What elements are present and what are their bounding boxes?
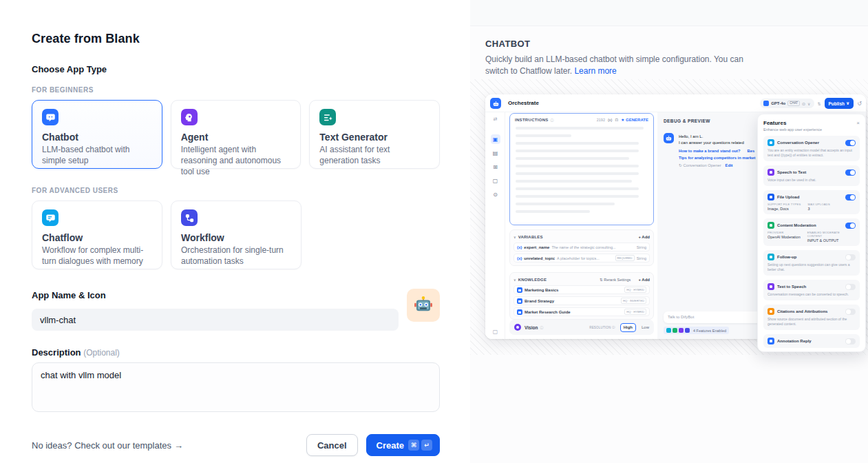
description-optional-label: (Optional) — [83, 348, 120, 358]
mini-upload-icon — [768, 194, 774, 200]
preview-illustration: Orchestrate GPT-4o CHAT ⊙ ∨ ⇅ Publish∨ ↺ — [470, 79, 868, 355]
mini-toggle-on — [845, 223, 856, 229]
create-button[interactable]: Create ⌘ ↵ — [366, 434, 440, 456]
mini-knowledge-row: Market Research Guide HQ · HYBRID — [514, 307, 650, 316]
mini-model-selector: GPT-4o CHAT ⊙ ∨ — [760, 99, 814, 108]
mini-toggle-off — [845, 338, 856, 344]
preview-heading: CHATBOT — [485, 39, 851, 49]
cancel-button[interactable]: Cancel — [306, 434, 358, 456]
mini-knowledge-row: Brand Strategy HQ · INVERTED — [514, 296, 650, 305]
mini-sidebar: ⇄ ▣ ▤ ⊞ ▢ ⊙ ▢ — [485, 112, 505, 339]
mini-variables-panel: ∨ VARIABLES + Add {x} expert_name The na… — [509, 229, 654, 266]
choose-app-type-label: Choose App Type — [32, 64, 440, 74]
card-desc: AI assistant for text generation tasks — [319, 145, 430, 167]
mini-topbar: Orchestrate GPT-4o CHAT ⊙ ∨ ⇅ Publish∨ ↺ — [485, 94, 866, 112]
mini-bot-avatar — [664, 133, 674, 143]
card-desc: Workflow for complex multi-turn dialogue… — [42, 245, 152, 267]
app-type-card-agent[interactable]: Agent Intelligent agent with reasoning a… — [171, 100, 301, 169]
mini-moderation-icon — [768, 222, 774, 229]
mini-dataset-icon — [517, 287, 522, 293]
description-textarea[interactable]: chat with vllm model — [32, 362, 440, 412]
create-app-modal: Create from Blank Choose App Type FOR BE… — [0, 0, 868, 463]
mini-feature-annotation-reply: Annotation Reply — [763, 334, 860, 348]
mini-annotation-icon — [768, 338, 774, 344]
workflow-icon — [181, 209, 198, 226]
card-title: Chatbot — [42, 132, 152, 143]
mini-caret-icon: ∨ — [514, 235, 516, 239]
beginner-cards: Chatbot LLM-based chatbot with simple se… — [32, 100, 440, 169]
card-desc: LLM-based chatbot with simple setup — [42, 145, 152, 167]
mini-variable-icon: {x} — [517, 245, 522, 249]
modal-footer: No ideas? Check out our templates→ Cance… — [32, 434, 440, 456]
mini-history-icon: ↺ — [857, 101, 862, 107]
card-desc: Intelligent agent with reasoning and aut… — [181, 145, 291, 177]
mini-nav-orchestrate-icon: ▣ — [491, 134, 500, 144]
app-name-label: App Name & Icon — [32, 290, 440, 300]
mini-instructions-panel: INSTRUCTIONS ⓘ 2192 {x} ⊡ ★ GENERATE — [509, 113, 654, 225]
top-strip — [470, 0, 868, 26]
arrow-right-icon: → — [174, 440, 183, 451]
mini-variable-icon: {x} — [608, 118, 612, 122]
mini-knowledge-row: Marketing Basics HQ · HYBRID — [514, 285, 650, 294]
card-title: Text Generator — [319, 132, 430, 143]
mini-generate-button: ★ GENERATE — [621, 117, 648, 122]
section-label-advanced: FOR ADVANCED USERS — [32, 187, 440, 194]
description-label: Description — [32, 347, 81, 358]
mini-variable-icon: {x} — [517, 256, 522, 260]
mini-resolution-high: High — [620, 323, 636, 332]
chatflow-icon — [42, 209, 59, 226]
mini-variables-label: VARIABLES — [518, 235, 543, 239]
mini-feature-speech-to-text: Speech to Text Voice input can be used i… — [763, 165, 860, 186]
mini-instructions-skeleton — [510, 124, 653, 220]
app-type-card-chatflow[interactable]: Chatflow Workflow for complex multi-turn… — [32, 200, 162, 269]
mini-vision-bar: Vision ⓘ RESOLUTION ⓘ High Low — [509, 320, 654, 335]
mini-nav-preview-icon: ▤ — [491, 148, 500, 158]
page-title: Create from Blank — [32, 32, 440, 46]
mini-nav-logs-icon: ▢ — [491, 176, 500, 185]
mini-toggle-on — [845, 169, 856, 176]
app-icon-picker[interactable] — [407, 289, 440, 322]
mini-moderation-feature-icon — [673, 328, 677, 333]
mini-feature-citations: Citations and Attributions Show source d… — [763, 305, 860, 330]
mini-caret-icon: ∨ — [514, 278, 516, 282]
text-generator-icon — [319, 109, 336, 125]
mini-opener-feature-icon — [666, 328, 671, 333]
app-name-block: App Name & Icon — [32, 290, 440, 331]
mini-debug-header: DEBUG & PREVIEW — [664, 119, 710, 123]
preview-description: Quickly build an LLM-based chatbot with … — [485, 54, 768, 78]
mini-edit-link: Edit — [726, 163, 733, 167]
mini-features-enabled-row: 4 Features Enabled — [664, 327, 729, 334]
mini-app-title: Orchestrate — [508, 94, 539, 112]
mini-feature-follow-up: Follow-up Setting up next questions sugg… — [763, 250, 860, 276]
mini-nav-settings-icon: ⊙ — [491, 189, 500, 199]
mini-tune-icon: ⇅ — [818, 101, 821, 106]
mini-swap-icon: ⇄ — [485, 116, 505, 122]
mini-nav-api-icon: ⊞ — [491, 162, 500, 172]
card-title: Workflow — [181, 232, 291, 243]
mini-knowledge-panel: ∨ KNOWLEDGE ⇅ Rerank Settings + Add Mark… — [509, 272, 654, 320]
agent-icon — [181, 109, 198, 125]
card-desc: Orchestration for single-turn automation… — [181, 245, 291, 267]
mini-feature-text-to-speech: Text to Speech Conversation messages can… — [763, 280, 860, 300]
section-label-beginners: FOR BEGINNERS — [32, 86, 440, 94]
mini-follow-up-icon — [768, 254, 774, 260]
create-form-panel: Create from Blank Choose App Type FOR BE… — [0, 0, 470, 463]
mini-close-icon: × — [856, 120, 860, 126]
mini-required-badge: REQUIRED — [615, 255, 635, 261]
templates-link[interactable]: No ideas? Check out our templates→ — [32, 440, 183, 451]
card-title: Agent — [181, 132, 291, 143]
learn-more-link[interactable]: Learn more — [574, 66, 616, 76]
mini-vision-icon — [514, 324, 521, 331]
mini-tts-icon — [768, 283, 774, 290]
mini-toggle-on — [845, 140, 856, 146]
app-type-card-chatbot[interactable]: Chatbot LLM-based chatbot with simple se… — [32, 100, 162, 169]
app-name-input[interactable] — [32, 309, 399, 331]
mini-info-icon: ⓘ — [551, 118, 554, 122]
mini-resolution-low: Low — [642, 325, 649, 329]
app-type-card-text-generator[interactable]: Text Generator AI assistant for text gen… — [309, 100, 440, 169]
mini-toggle-off — [845, 284, 856, 290]
mini-char-count: 2192 — [597, 118, 605, 122]
app-type-card-workflow[interactable]: Workflow Orchestration for single-turn a… — [171, 200, 301, 269]
mini-dataset-icon — [517, 309, 522, 315]
mini-mic-icon — [768, 169, 774, 176]
